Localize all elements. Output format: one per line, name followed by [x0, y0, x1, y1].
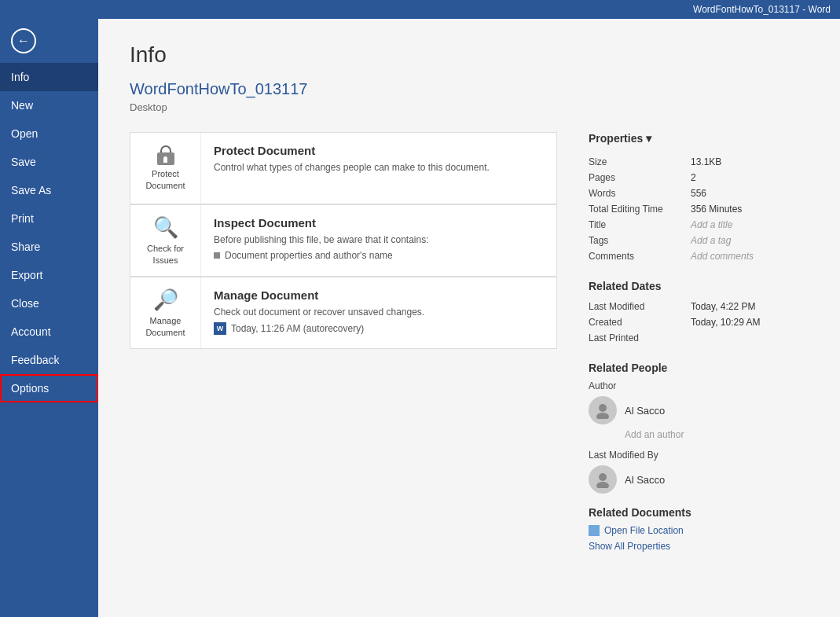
svg-point-0 [599, 404, 607, 412]
property-row: Pages 2 [589, 170, 809, 185]
page-title: Info [130, 42, 809, 68]
date-value [691, 330, 809, 346]
card-desc-inspect: Before publishing this file, be aware th… [214, 234, 544, 245]
last-modified-name: Al Sacco [625, 474, 665, 486]
card-inspect[interactable]: 🔍 Check for Issues Inspect DocumentBefor… [130, 204, 557, 277]
main-content: Info WordFontHowTo_013117 Desktop Protec… [98, 19, 840, 617]
sidebar-item-save-as[interactable]: Save As [0, 176, 98, 204]
prop-value: 556 [691, 185, 809, 201]
date-label: Last Printed [589, 330, 691, 346]
last-modified-by-row: Al Sacco [589, 465, 809, 494]
properties-table: Size 13.1KB Pages 2 Words 556 Total Edit… [589, 154, 809, 264]
title-bar-text: WordFontHowTo_013117 - Word [693, 4, 831, 15]
property-row: Total Editing Time 356 Minutes [589, 201, 809, 217]
sidebar-item-print[interactable]: Print [0, 204, 98, 233]
card-protect[interactable]: Protect Document Protect DocumentControl… [130, 132, 557, 204]
open-file-location-text: Open File Location [604, 525, 684, 536]
sidebar-item-open[interactable]: Open [0, 119, 98, 148]
sidebar-item-feedback[interactable]: Feedback [0, 346, 98, 374]
related-dates-header: Related Dates [589, 280, 809, 292]
card-title-inspect: Inspect Document [214, 216, 544, 230]
author-avatar [589, 396, 617, 424]
date-value: Today, 4:22 PM [691, 299, 809, 314]
date-row: Last Printed [589, 330, 809, 346]
sidebar-item-close[interactable]: Close [0, 289, 98, 318]
word-icon: W [214, 322, 226, 335]
card-manage[interactable]: 🔎 Manage Document Manage DocumentCheck o… [130, 277, 557, 349]
open-file-location-link[interactable]: Open File Location [589, 525, 809, 536]
prop-value[interactable]: Add a tag [691, 233, 809, 248]
property-row: Comments Add comments [589, 248, 809, 264]
card-content-inspect: Inspect DocumentBefore publishing this f… [201, 205, 556, 272]
sidebar-item-info[interactable]: Info [0, 63, 98, 91]
card-icon-box-protect: Protect Document [130, 133, 201, 204]
sidebar-item-options[interactable]: Options [0, 374, 98, 402]
prop-label: Total Editing Time [589, 201, 691, 217]
sidebar-item-account[interactable]: Account [0, 318, 98, 346]
property-row: Title Add a title [589, 217, 809, 233]
card-list-item: Document properties and author's name [214, 250, 544, 261]
doc-location: Desktop [130, 101, 809, 113]
date-label: Last Modified [589, 299, 691, 314]
prop-label: Words [589, 185, 691, 201]
related-docs: Open File Location Show All Properties [589, 525, 809, 552]
card-icon-box-manage: 🔎 Manage Document [130, 277, 201, 348]
last-modified-by-label: Last Modified By [589, 450, 809, 461]
author-name: Al Sacco [625, 405, 665, 417]
bullet-icon [214, 252, 220, 259]
back-icon: ← [11, 28, 36, 53]
prop-value[interactable]: Add comments [691, 248, 809, 264]
autorecovery-text: Today, 11:26 AM (autorecovery) [231, 323, 364, 334]
last-modified-avatar [589, 465, 617, 494]
svg-point-1 [596, 413, 609, 419]
show-all-properties-link[interactable]: Show All Properties [589, 541, 809, 552]
card-title-manage: Manage Document [214, 288, 544, 302]
date-value: Today, 10:29 AM [691, 314, 809, 330]
sidebar-item-share[interactable]: Share [0, 233, 98, 261]
prop-value[interactable]: Add a title [691, 217, 809, 233]
prop-label: Pages [589, 170, 691, 185]
sidebar: ← InfoNewOpenSaveSave AsPrintShareExport… [0, 19, 98, 617]
related-people-header: Related People [589, 362, 809, 374]
sidebar-item-save[interactable]: Save [0, 148, 98, 176]
prop-label: Size [589, 154, 691, 170]
svg-point-3 [596, 482, 609, 488]
file-icon [589, 525, 600, 536]
card-content-manage: Manage DocumentCheck out document or rec… [201, 277, 556, 346]
property-row: Tags Add a tag [589, 233, 809, 248]
prop-value: 356 Minutes [691, 201, 809, 217]
related-docs-header: Related Documents [589, 506, 809, 519]
author-row: Al Sacco [589, 396, 809, 424]
doc-title: WordFontHowTo_013117 [130, 80, 809, 98]
prop-label: Title [589, 217, 691, 233]
cards-column: Protect Document Protect DocumentControl… [130, 132, 557, 558]
date-label: Created [589, 314, 691, 330]
properties-panel: Properties ▾ Size 13.1KB Pages 2 Words 5… [589, 132, 809, 558]
prop-value: 2 [691, 170, 809, 185]
card-desc-manage: Check out document or recover unsaved ch… [214, 307, 544, 318]
sidebar-item-new[interactable]: New [0, 91, 98, 119]
list-item-text: Document properties and author's name [225, 250, 393, 261]
prop-value: 13.1KB [691, 154, 809, 170]
card-desc-protect: Control what types of changes people can… [214, 162, 544, 173]
author-label: Author [589, 380, 809, 391]
card-content-protect: Protect DocumentControl what types of ch… [201, 133, 556, 189]
date-row: Last Modified Today, 4:22 PM [589, 299, 809, 314]
prop-label: Comments [589, 248, 691, 264]
back-button[interactable]: ← [0, 19, 98, 63]
date-row: Created Today, 10:29 AM [589, 314, 809, 330]
autorecovery-item: WToday, 11:26 AM (autorecovery) [214, 322, 544, 335]
property-row: Size 13.1KB [589, 154, 809, 170]
related-dates-table: Last Modified Today, 4:22 PM Created Tod… [589, 299, 809, 346]
svg-point-2 [599, 473, 607, 481]
card-title-protect: Protect Document [214, 144, 544, 157]
people-section: Author Al Sacco Add an author Last Modif… [589, 380, 809, 494]
prop-label: Tags [589, 233, 691, 248]
properties-header[interactable]: Properties ▾ [589, 132, 809, 145]
property-row: Words 556 [589, 185, 809, 201]
add-author[interactable]: Add an author [625, 429, 809, 440]
sidebar-item-export[interactable]: Export [0, 261, 98, 289]
card-icon-box-inspect: 🔍 Check for Issues [130, 205, 201, 276]
